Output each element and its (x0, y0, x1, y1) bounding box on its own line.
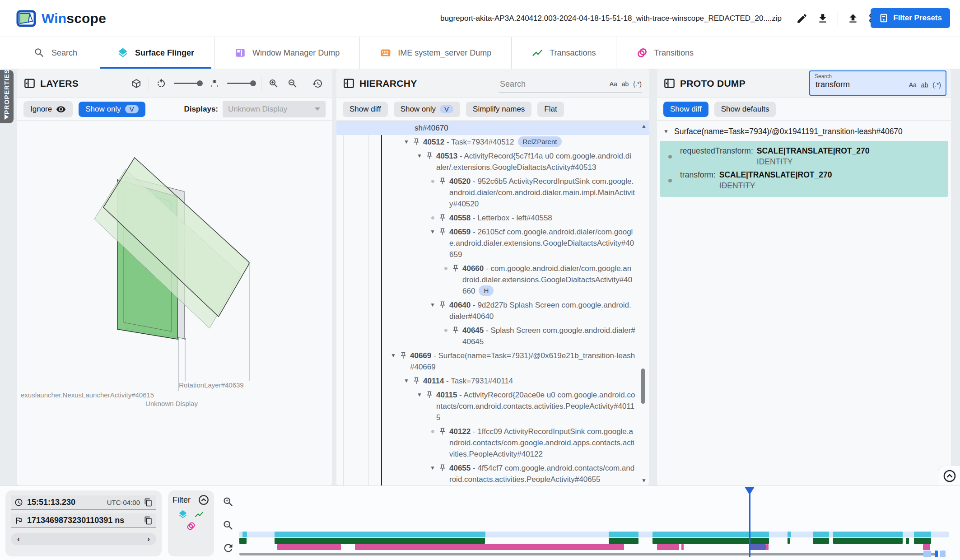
timeline-row-surface-flinger[interactable] (239, 532, 951, 537)
pin-icon[interactable] (438, 426, 449, 435)
pin-icon[interactable] (438, 462, 449, 472)
collapse-timeline-tab[interactable] (938, 466, 960, 486)
copy-icon[interactable] (144, 516, 153, 525)
pin-icon[interactable] (452, 263, 462, 272)
tab-transitions[interactable]: Transitions (616, 37, 713, 69)
rotate-view-icon[interactable] (153, 75, 169, 92)
transitions-segment[interactable] (355, 544, 624, 550)
rotation-slider-knob[interactable] (197, 80, 203, 86)
next-frame-button[interactable]: › (147, 535, 150, 544)
tree-row-label[interactable]: 40114 - Task=7931#40114 (423, 375, 635, 387)
collapse-panel-icon[interactable] (23, 77, 36, 89)
layers-3d-canvas[interactable]: RotationLayer#40639 exuslauncher.NexusLa… (17, 121, 332, 485)
proto-property-row[interactable]: transform:SCALE|TRANSLATE|ROT_270IDENTIT… (660, 168, 948, 192)
zoom-out-icon[interactable] (284, 75, 301, 92)
timeline-row-transitions[interactable] (239, 544, 951, 550)
tree-row-label[interactable]: 40640 - 9d2d27b Splash Screen com.google… (449, 299, 635, 322)
surface-flinger-segment[interactable] (652, 532, 769, 537)
transitions-segment[interactable] (766, 544, 769, 550)
timeline-range-handle[interactable] (935, 551, 938, 557)
tree-row[interactable]: ▼40512 - Task=7934#40512RelZParent (336, 135, 649, 149)
collapse-node-icon[interactable]: ▼ (427, 462, 438, 474)
timeline-reset-zoom-icon[interactable] (222, 542, 236, 555)
tree-row-label[interactable]: 40558 - Letterbox - left#40558 (449, 212, 635, 224)
transitions-segment[interactable] (277, 544, 341, 550)
tree-row-label[interactable]: 40122 - 1ffcc09 ActivityRecordInputSink … (449, 426, 635, 460)
current-timestamp-marker[interactable] (749, 487, 750, 557)
pin-icon[interactable] (399, 350, 410, 359)
tree-row-label[interactable]: 40669 - Surface(name=Task=7931)/@0x619e2… (410, 350, 635, 373)
spacing-slider[interactable] (227, 83, 255, 84)
transactions-segment[interactable] (906, 538, 909, 544)
zoom-in-icon[interactable] (266, 75, 282, 92)
tree-row[interactable]: ▼40669 - Surface(name=Task=7931)/@0x619e… (336, 349, 649, 374)
timeline-tracks[interactable] (239, 486, 951, 560)
upload-icon[interactable] (843, 8, 863, 29)
transactions-segment[interactable] (788, 538, 790, 544)
show-defaults-button[interactable]: Show defaults (714, 102, 776, 117)
tab-surface-flinger[interactable]: Surface Flinger (97, 37, 214, 69)
show-only-button[interactable]: Show only V (79, 102, 145, 117)
collapse-filter-icon[interactable] (198, 494, 210, 506)
filter-presets-button[interactable]: Filter Presets (871, 8, 950, 28)
collapse-node-icon[interactable]: ▼ (387, 350, 399, 361)
download-icon[interactable] (812, 8, 833, 29)
tree-row-label[interactable]: 40645 - Splash Screen com.google.android… (462, 325, 635, 347)
collapse-node-icon[interactable]: ▼ (401, 375, 412, 387)
timeline-zoom-out-icon[interactable] (222, 519, 236, 533)
reset-view-icon[interactable] (309, 75, 326, 92)
collapse-panel-icon[interactable] (343, 77, 355, 89)
transactions-segment[interactable] (652, 538, 769, 544)
tree-row[interactable]: 40645 - Splash Screen com.google.android… (336, 323, 649, 349)
layer-spacing-icon[interactable] (206, 75, 223, 92)
surface-flinger-segment[interactable] (914, 532, 932, 537)
pin-icon[interactable] (438, 176, 449, 185)
timeline-range-handle[interactable] (940, 551, 946, 557)
surface-flinger-segment[interactable] (833, 532, 903, 537)
copy-icon[interactable] (144, 498, 153, 507)
collapse-node-icon[interactable]: ▼ (414, 150, 425, 162)
hierarchy-search-input[interactable] (499, 79, 610, 89)
collapse-node-icon[interactable]: ▼ (414, 389, 425, 401)
tree-row[interactable]: 40558 - Letterbox - left#40558 (336, 211, 649, 225)
tree-row[interactable]: 40520 - 952c6b5 ActivityRecordInputSink … (336, 174, 649, 211)
ignore-button[interactable]: Ignore (23, 101, 73, 117)
pin-icon[interactable] (438, 226, 449, 236)
show-diff-button[interactable]: Show diff (663, 102, 708, 117)
transitions-segment[interactable] (681, 544, 684, 550)
transitions-segment[interactable] (923, 544, 930, 550)
surface-flinger-filter-icon[interactable] (178, 509, 188, 519)
rotation-slider[interactable] (174, 83, 202, 84)
tree-row-label[interactable]: 40115 - ActivityRecord{20ace0e u0 com.go… (436, 389, 635, 423)
tab-window-manager-dump[interactable]: Window Manager Dump (214, 37, 359, 69)
hierarchy-scrollbar-thumb[interactable] (641, 369, 645, 404)
timeline-range-handle[interactable] (923, 551, 931, 557)
timeline-row-transactions[interactable] (239, 538, 951, 544)
tree-row[interactable]: 40122 - 1ffcc09 ActivityRecordInputSink … (336, 425, 649, 461)
tree-row[interactable]: ▼40114 - Task=7931#40114 (336, 374, 649, 388)
transactions-segment[interactable] (833, 538, 903, 544)
properties-side-tab[interactable]: PROPERTIES (0, 70, 14, 123)
proto-property-row[interactable]: requestedTransform:SCALE|TRANSLATE|ROT_2… (660, 145, 948, 168)
timeline-scrollbar[interactable] (239, 553, 938, 555)
match-case-icon[interactable]: Aa (610, 80, 617, 88)
tree-row-label[interactable]: 40520 - 952c6b5 ActivityRecordInputSink … (449, 176, 635, 210)
3d-view-icon[interactable] (128, 75, 144, 92)
tree-row[interactable]: ▼40513 - ActivityRecord{5c7f14a u0 com.g… (336, 149, 649, 174)
show-only-button[interactable]: Show only V (394, 102, 460, 117)
transactions-segment[interactable] (609, 538, 639, 544)
transactions-segment[interactable] (239, 538, 247, 544)
tree-row-label[interactable]: 40655 - 4f54cf7 com.google.android.conta… (449, 462, 635, 485)
simplify-names-button[interactable]: Simplify names (466, 102, 531, 117)
match-word-icon[interactable]: ab (921, 81, 928, 89)
nanosecond-time-field[interactable]: 1713469873230110391 ns (11, 513, 156, 528)
tree-row[interactable]: 40660 - com.google.android.dialer/com.go… (336, 261, 649, 298)
surface-flinger-segment[interactable] (609, 532, 639, 537)
timeline-zoom-in-icon[interactable] (222, 496, 236, 509)
transitions-segment[interactable] (657, 544, 679, 550)
spacing-slider-knob[interactable] (250, 80, 256, 86)
surface-flinger-segment[interactable] (813, 532, 829, 537)
tree-row[interactable]: sh#40670 (336, 121, 649, 135)
scroll-down-icon[interactable]: ▼ (641, 477, 647, 484)
displays-select[interactable]: Unknown Display (223, 101, 326, 117)
